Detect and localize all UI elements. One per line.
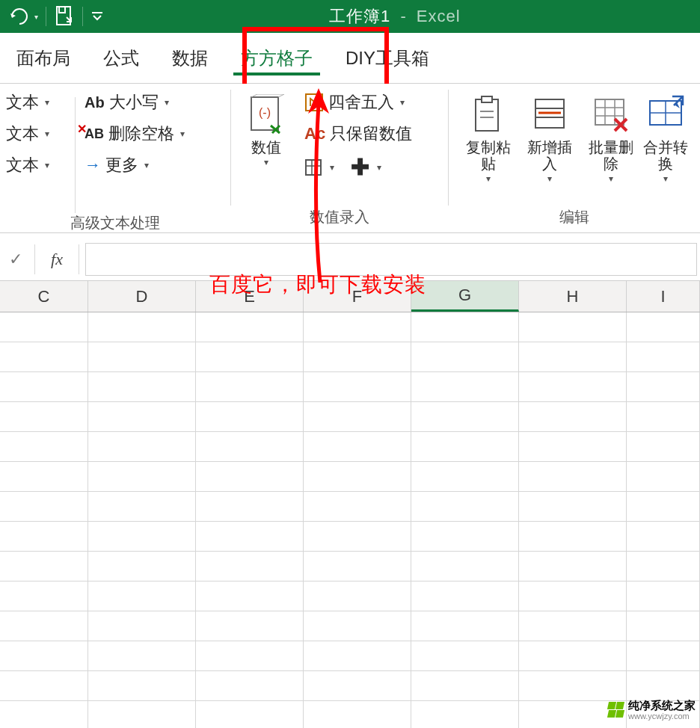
cell[interactable] — [627, 342, 700, 371]
tab-ffgz[interactable]: 方方格子 — [224, 33, 329, 83]
insert-button[interactable]: 新增插入 ▾ — [521, 91, 579, 184]
cell[interactable] — [627, 312, 700, 342]
cell[interactable] — [519, 312, 627, 342]
formula-input[interactable] — [85, 243, 697, 276]
cell[interactable] — [411, 522, 519, 551]
cell[interactable] — [0, 641, 88, 670]
case-button[interactable]: Ab 大小写▾ — [85, 91, 185, 114]
cell[interactable] — [411, 701, 519, 728]
cell[interactable] — [88, 342, 196, 371]
cell[interactable] — [411, 432, 519, 461]
cell[interactable] — [304, 402, 411, 431]
cell[interactable] — [627, 522, 700, 551]
cell[interactable] — [411, 402, 519, 431]
cell[interactable] — [196, 552, 304, 581]
cell[interactable] — [304, 522, 411, 551]
text-btn-1[interactable]: 文本▾ — [6, 91, 66, 114]
col-header[interactable]: H — [519, 281, 627, 312]
cell[interactable] — [88, 492, 196, 521]
cell[interactable] — [627, 462, 700, 491]
cell[interactable] — [519, 402, 627, 431]
cell[interactable] — [411, 462, 519, 491]
cell[interactable] — [0, 432, 88, 461]
cell[interactable] — [519, 372, 627, 401]
cell[interactable] — [88, 671, 196, 700]
keep-values-button[interactable]: Ac 只保留数值 — [304, 123, 412, 145]
cell[interactable] — [88, 641, 196, 670]
cell[interactable] — [196, 492, 304, 521]
copy-paste-button[interactable]: 复制粘贴 ▾ — [459, 91, 518, 184]
cell[interactable] — [519, 671, 627, 700]
tab-page-layout[interactable]: 面布局 — [0, 33, 87, 83]
cell[interactable] — [411, 641, 519, 670]
cell[interactable] — [627, 582, 700, 611]
cell[interactable] — [304, 462, 411, 491]
cell[interactable] — [88, 402, 196, 431]
cell[interactable] — [627, 552, 700, 581]
more-button[interactable]: → 更多▾ — [85, 154, 185, 176]
cell[interactable] — [196, 671, 304, 700]
cell[interactable] — [88, 522, 196, 551]
cell[interactable] — [627, 641, 700, 670]
cell[interactable] — [627, 671, 700, 700]
cell[interactable] — [196, 582, 304, 611]
cell[interactable] — [88, 552, 196, 581]
cell[interactable] — [88, 372, 196, 401]
cell[interactable] — [0, 582, 88, 611]
tab-formula[interactable]: 公式 — [87, 33, 156, 83]
cell[interactable] — [0, 522, 88, 551]
cell[interactable] — [411, 492, 519, 521]
cell[interactable] — [0, 552, 88, 581]
cell[interactable] — [304, 312, 411, 342]
cell[interactable] — [88, 611, 196, 641]
cell[interactable] — [196, 701, 304, 728]
cell[interactable] — [627, 432, 700, 461]
save-button[interactable] — [49, 4, 79, 29]
text-btn-3[interactable]: 文本▾ — [6, 154, 66, 176]
batch-delete-button[interactable]: 批量删除 ▾ — [582, 91, 640, 184]
cell[interactable] — [627, 372, 700, 401]
undo-button[interactable]: ▾ — [4, 4, 43, 29]
cell[interactable] — [196, 462, 304, 491]
cell[interactable] — [304, 641, 411, 670]
cell[interactable] — [627, 611, 700, 641]
cell[interactable] — [0, 462, 88, 491]
cell[interactable] — [88, 432, 196, 461]
cell[interactable] — [0, 312, 88, 342]
cell[interactable] — [88, 312, 196, 342]
fx-label[interactable]: fx — [41, 250, 73, 269]
cell[interactable] — [196, 372, 304, 401]
col-header[interactable]: D — [88, 281, 196, 312]
col-header[interactable]: F — [304, 281, 411, 312]
cell[interactable] — [0, 372, 88, 401]
tab-diy-toolbox[interactable]: DIY工具箱 — [329, 33, 446, 83]
cell[interactable] — [519, 611, 627, 641]
cell[interactable] — [88, 701, 196, 728]
col-header[interactable]: C — [0, 281, 88, 312]
cell[interactable] — [304, 701, 411, 728]
cell[interactable] — [196, 522, 304, 551]
round-button[interactable]: 四舍五入▾ — [304, 91, 412, 114]
col-header[interactable]: E — [196, 281, 304, 312]
cell[interactable] — [196, 342, 304, 371]
cell[interactable] — [411, 611, 519, 641]
col-header[interactable]: I — [627, 281, 700, 312]
cell[interactable] — [304, 611, 411, 641]
cell[interactable] — [627, 402, 700, 431]
trim-spaces-button[interactable]: ✕AB 删除空格▾ — [85, 123, 185, 145]
text-btn-2[interactable]: 文本▾ — [6, 123, 66, 145]
formula-confirm-button[interactable]: ✓ — [3, 250, 28, 269]
cell[interactable] — [196, 312, 304, 342]
cell[interactable] — [519, 552, 627, 581]
cell[interactable] — [519, 432, 627, 461]
merge-convert-button[interactable]: 合并转换 ▾ — [643, 91, 688, 184]
insert-plus-button[interactable]: ✚ ▾ — [351, 154, 381, 180]
qat-customize-button[interactable] — [86, 4, 108, 29]
cell[interactable] — [196, 641, 304, 670]
cell[interactable] — [411, 552, 519, 581]
cell[interactable] — [196, 402, 304, 431]
col-header-active[interactable]: G — [411, 281, 519, 312]
cell[interactable] — [196, 432, 304, 461]
cell[interactable] — [304, 582, 411, 611]
cell[interactable] — [519, 492, 627, 521]
